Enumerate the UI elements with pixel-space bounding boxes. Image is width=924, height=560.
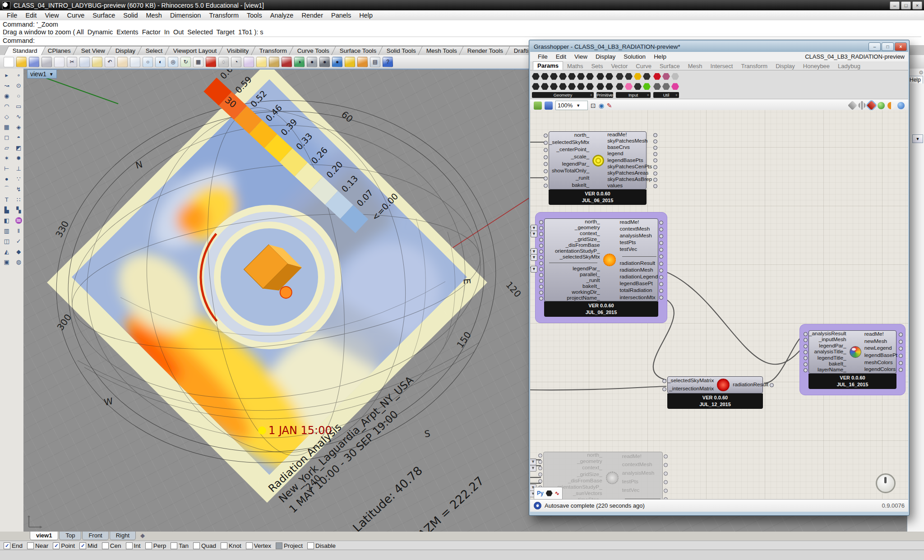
output-testpts[interactable]: testPts [622, 479, 638, 485]
osnap-item-vertex[interactable]: Vertex [246, 542, 271, 549]
sidebar-tool-icon-26[interactable]: ▙ [1, 205, 13, 215]
sidebar-tool-icon-22[interactable]: ⌒ [1, 184, 13, 194]
ladybug-radiation-analysis-component[interactable]: north_▼_geometry▼context__gridSize__disF… [544, 218, 658, 317]
output-legendbasepts[interactable]: legendBasePts [607, 158, 643, 163]
input-bakeit[interactable]: bakeIt_ [572, 183, 589, 188]
input-bakeit[interactable]: bakeIt_ [582, 284, 600, 289]
preview-wire-gem-icon[interactable] [857, 101, 867, 110]
gh-tab-surface[interactable]: Surface [656, 62, 684, 70]
output-readme[interactable]: readMe! [864, 332, 884, 337]
output-port-row[interactable]: meshColors [861, 359, 901, 366]
osnap-checkbox-end[interactable]: ✓ [4, 542, 10, 549]
input-north[interactable]: north_ [574, 133, 589, 138]
input-inputmesh[interactable]: _inputMesh [819, 337, 846, 342]
toolbar-tab-surface-tools[interactable]: Surface Tools [331, 46, 385, 55]
input-parallel[interactable]: parallel_ [580, 272, 600, 278]
sphere-gray-icon[interactable]: ● [307, 57, 317, 67]
output-port-row[interactable]: radiationLegend [616, 273, 661, 280]
flatten-icon[interactable]: ▼ [531, 254, 537, 261]
input-analysistitle[interactable]: analysisTitle_ [814, 349, 846, 355]
input-port-row[interactable]: _disFromBase [541, 478, 605, 484]
gh-minimize-button[interactable]: – [869, 42, 881, 51]
input-port-row[interactable]: ▼_geometry [541, 458, 605, 465]
zoom-window-icon[interactable]: ◐ [155, 57, 166, 67]
gh-tab-ladybug[interactable]: Ladybug [834, 62, 864, 70]
output-newmesh[interactable]: newMesh [864, 339, 887, 344]
gh-menu-edit[interactable]: Edit [552, 53, 570, 60]
output-port-row[interactable]: radiationMesh [616, 267, 661, 273]
gh-tab-params[interactable]: Params [533, 61, 563, 70]
sidebar-tool-icon-12[interactable]: ◻ [1, 132, 13, 142]
output-radiationresult[interactable]: radiationResult [733, 382, 768, 388]
sidebar-tool-icon-8[interactable]: ◇ [1, 111, 13, 121]
input-port-row[interactable]: projectName_ [541, 295, 603, 301]
primitive-param-icon-1[interactable] [596, 83, 604, 90]
gh-menu-file[interactable]: File [534, 53, 552, 60]
menu-help[interactable]: Help [355, 11, 377, 19]
osnap-item-disable[interactable]: Disable [307, 542, 336, 549]
input-param-icon-4[interactable] [634, 73, 642, 80]
quality-green-icon[interactable] [878, 102, 885, 109]
gh-tab-honeybee[interactable]: Honeybee [799, 62, 834, 70]
input-port-row[interactable]: _centerPoint_ [546, 146, 592, 153]
sidebar-tool-icon-6[interactable]: ◠ [1, 101, 13, 111]
output-port-row[interactable]: testPts [616, 240, 661, 246]
input-legendtitle[interactable]: legendTitle_ [818, 356, 846, 361]
output-port-row[interactable]: radiationResult [730, 377, 772, 393]
input-param-icon-3[interactable] [625, 83, 633, 90]
output-port-row[interactable]: skyPatchesMesh [604, 138, 655, 144]
input-selectedskymtx[interactable]: _selectedSkyMtx [559, 255, 600, 260]
sidebar-tool-icon-13[interactable]: ◓ [13, 132, 25, 142]
input-port-row[interactable]: ▼context_ [541, 465, 605, 471]
sidebar-tool-icon-23[interactable]: ↯ [13, 184, 25, 194]
sidebar-tool-icon-25[interactable]: ∷ [13, 194, 25, 204]
output-legend[interactable]: legend [607, 151, 623, 157]
cage-icon[interactable]: ▤ [370, 57, 380, 67]
output-legendbasept[interactable]: legendBasePt [619, 281, 652, 287]
output-radiationresult[interactable]: radiationResult [619, 261, 655, 266]
sidebar-tool-icon-35[interactable]: ◆ [13, 246, 25, 256]
canvas-navigation-compass[interactable] [876, 473, 896, 493]
output-analysismesh[interactable]: analysisMesh [622, 471, 654, 476]
output-testvec[interactable]: testVec [622, 488, 640, 493]
lock-icon[interactable]: ◔ [231, 57, 241, 67]
input-geometry[interactable]: _geometry [577, 459, 602, 464]
osnap-checkbox-project[interactable] [276, 542, 282, 549]
move-icon[interactable] [130, 57, 140, 67]
output-port-row[interactable]: skyPatchesAsBrep [604, 176, 655, 183]
properties-icon[interactable] [54, 57, 65, 67]
output-port-row[interactable]: totalRadiation [616, 287, 661, 294]
undo-icon[interactable]: ↶ [105, 57, 115, 67]
input-port-row[interactable]: _selectedSkyMatrix [665, 377, 717, 385]
sidebar-tool-icon-27[interactable]: ▚ [13, 205, 25, 215]
menu-transform[interactable]: Transform [205, 11, 243, 19]
output-port-row[interactable]: values [604, 183, 655, 189]
sidebar-tool-icon-18[interactable]: ⊢ [1, 163, 13, 173]
geometry-param-icon-12[interactable] [586, 73, 594, 80]
output-testpts[interactable]: testPts [619, 240, 636, 245]
gh-tab-sets[interactable]: Sets [587, 62, 607, 70]
sidebar-tool-icon-20[interactable]: ● [1, 174, 13, 184]
sidebar-tool-icon-36[interactable]: ▣ [1, 257, 13, 267]
chevron-down-icon[interactable]: ▼ [49, 72, 54, 77]
flatten-icon[interactable]: ▼ [530, 465, 536, 472]
util-param-icon-5[interactable] [671, 83, 679, 90]
maximize-button[interactable]: □ [901, 1, 911, 9]
toolbar-tab-viewport-layout[interactable]: Viewport Layout [165, 46, 225, 55]
input-scale[interactable]: _scale_ [571, 154, 590, 160]
input-north[interactable]: north_ [585, 219, 600, 225]
menu-tools[interactable]: Tools [243, 11, 266, 19]
output-contextmesh[interactable]: contextMesh [622, 462, 652, 467]
input-port-row[interactable]: bakeIt_ [546, 182, 592, 189]
ladybug-skydome-component[interactable]: north__selectedSkyMtx_centerPoint__scale… [549, 131, 647, 205]
paste-icon[interactable] [92, 57, 102, 67]
osnap-checkbox-disable[interactable] [307, 542, 314, 549]
primitive-param-icon-3[interactable] [605, 83, 613, 90]
copy-icon[interactable] [79, 57, 90, 67]
sidebar-tool-icon-1[interactable]: ∘ [13, 70, 25, 80]
input-selectedskymtx[interactable]: _selectedSkyMtx [549, 140, 589, 145]
output-port-row[interactable]: analysisMesh [616, 232, 661, 239]
input-port-row[interactable]: _scale_ [546, 153, 592, 161]
sidebar-tool-icon-15[interactable]: ◩ [13, 143, 25, 153]
input-legendpar[interactable]: legendPar_ [573, 266, 600, 272]
